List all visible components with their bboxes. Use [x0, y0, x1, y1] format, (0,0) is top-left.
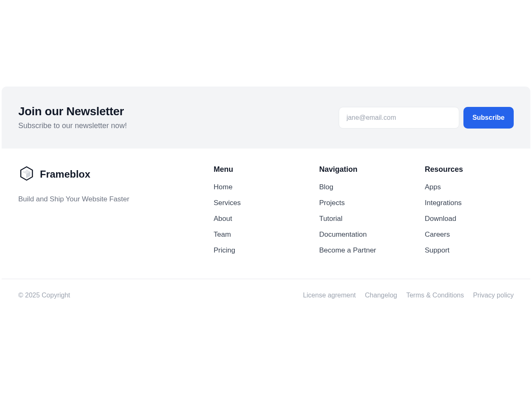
newsletter-subheading: Subscribe to our newsletter now! [18, 121, 339, 130]
copyright-text: © 2025 Copyright [18, 292, 70, 299]
menu-link-home[interactable]: Home [214, 183, 303, 191]
res-link-download[interactable]: Download [425, 215, 514, 223]
res-link-support[interactable]: Support [425, 246, 514, 255]
brand-column: Frameblox Build and Ship Your Website Fa… [18, 165, 197, 262]
navigation-column-title: Navigation [319, 165, 408, 174]
brand-row: Frameblox [18, 165, 197, 183]
nav-link-projects[interactable]: Projects [319, 199, 408, 207]
res-link-integrations[interactable]: Integrations [425, 199, 514, 207]
menu-link-team[interactable]: Team [214, 230, 303, 239]
menu-column-title: Menu [214, 165, 303, 174]
res-link-careers[interactable]: Careers [425, 230, 514, 239]
footer-container: Join our Newsletter Subscribe to our new… [2, 87, 530, 312]
subscribe-button[interactable]: Subscribe [463, 107, 514, 129]
footer-main: Frameblox Build and Ship Your Website Fa… [2, 149, 530, 279]
res-link-apps[interactable]: Apps [425, 183, 514, 191]
nav-link-blog[interactable]: Blog [319, 183, 408, 191]
newsletter-heading: Join our Newsletter [18, 105, 339, 118]
nav-link-tutorial[interactable]: Tutorial [319, 215, 408, 223]
menu-link-about[interactable]: About [214, 215, 303, 223]
newsletter-text: Join our Newsletter Subscribe to our new… [18, 105, 339, 130]
menu-column: Menu Home Services About Team Pricing [214, 165, 303, 262]
legal-links: License agrement Changelog Terms & Condi… [303, 292, 514, 299]
legal-terms[interactable]: Terms & Conditions [406, 292, 464, 299]
legal-changelog[interactable]: Changelog [365, 292, 397, 299]
nav-link-partner[interactable]: Become a Partner [319, 246, 408, 255]
brand-tagline: Build and Ship Your Website Faster [18, 195, 197, 203]
legal-license[interactable]: License agrement [303, 292, 356, 299]
newsletter-section: Join our Newsletter Subscribe to our new… [2, 87, 530, 149]
newsletter-form: Subscribe [339, 107, 514, 129]
email-input[interactable] [339, 107, 459, 129]
legal-privacy[interactable]: Privacy policy [473, 292, 514, 299]
menu-link-services[interactable]: Services [214, 199, 303, 207]
resources-column: Resources Apps Integrations Download Car… [425, 165, 514, 262]
nav-link-documentation[interactable]: Documentation [319, 230, 408, 239]
menu-link-pricing[interactable]: Pricing [214, 246, 303, 255]
footer-bottom: © 2025 Copyright License agrement Change… [2, 279, 530, 312]
resources-column-title: Resources [425, 165, 514, 174]
navigation-column: Navigation Blog Projects Tutorial Docume… [319, 165, 408, 262]
link-columns: Menu Home Services About Team Pricing Na… [214, 165, 514, 262]
brand-name: Frameblox [40, 168, 90, 180]
hexagon-logo-icon [18, 165, 35, 183]
